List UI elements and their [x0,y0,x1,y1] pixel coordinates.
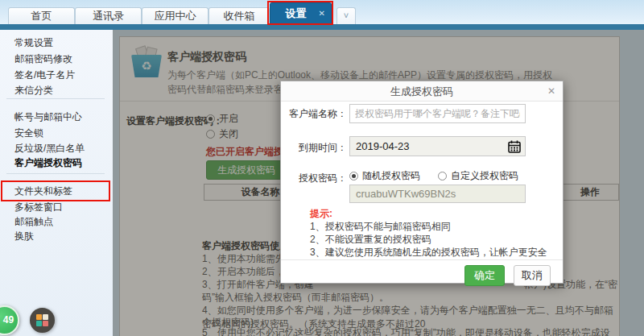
dialog-footer-divider [281,259,563,260]
settings-content-area: ♻ 客户端授权密码 为每个客户端（如PC上的Outlook、移动设备上的邮件AP… [113,30,644,336]
radio-random-password[interactable]: 随机授权密码 [349,169,420,183]
dialog-titlebar: 生成授权密码 ✕ [281,81,563,102]
expire-date-value: 2019-04-23 [356,140,410,152]
tips-title: 提示: [310,207,332,221]
expire-date-label: 到期时间： [289,141,347,155]
sidebar-divider [6,173,105,174]
sidebar-item-mail-touchpoint[interactable]: 邮箱触点 [14,215,53,229]
sidebar-item-client-auth-password[interactable]: 客户端授权密码 [14,156,82,170]
tab-list-dropdown[interactable]: ˅ [336,7,356,24]
sidebar-item-folders-tags[interactable]: 文件夹和标签 [14,185,72,198]
generated-password-field[interactable]: cruabuWTKw69BN2s [349,185,526,203]
settings-sidebar: 常规设置 邮箱密码修改 签名/电子名片 来信分类 帐号与邮箱中心 安全锁 反垃圾… [0,30,113,336]
app-launcher-icon[interactable] [30,308,55,333]
sidebar-item-multitab[interactable]: 多标签窗口 [14,201,63,214]
tab-close-icon[interactable]: ✕ [319,3,325,24]
generate-password-dialog: 生成授权密码 ✕ 客户端名称： 到期时间： 2019-04-23 授权密码： 随… [280,81,564,284]
client-name-input[interactable] [349,104,526,123]
tab-settings-label: 设置 [286,7,307,19]
radio-custom-password[interactable]: 自定义授权密码 [438,169,518,183]
cancel-button[interactable]: 取消 [514,265,551,286]
tab-contacts[interactable]: 通讯录 [75,7,142,24]
tip-line-2: 2、不能设置重复的授权密码 [310,233,431,247]
sidebar-item-general[interactable]: 常规设置 [14,36,53,50]
sidebar-item-account-center[interactable]: 帐号与邮箱中心 [14,110,82,124]
radio-custom-label: 自定义授权密码 [451,169,518,183]
header-accent-bar [0,24,644,30]
sidebar-item-password[interactable]: 邮箱密码修改 [14,52,72,66]
sidebar-item-antispam[interactable]: 反垃圾/黑白名单 [14,142,85,156]
sidebar-divider [6,98,105,99]
dialog-close-icon[interactable]: ✕ [547,81,555,102]
confirm-button[interactable]: 确定 [464,265,505,286]
tab-bar: 首页 通讯录 应用中心 收件箱 设置 ✕ ˅ [0,0,644,24]
chevron-down-icon: ˅ [344,10,349,20]
tip-line-3: 3、建议您使用系统随机生成的授权密码，让帐户更安全 [310,246,547,259]
tab-inbox[interactable]: 收件箱 [208,7,270,24]
radio-random-label: 随机授权密码 [362,169,420,183]
tab-appcenter[interactable]: 应用中心 [142,7,208,24]
client-name-label: 客户端名称： [289,107,347,121]
sidebar-item-skin[interactable]: 换肤 [14,230,34,243]
tab-home[interactable]: 首页 [8,7,75,24]
sidebar-item-signature[interactable]: 签名/电子名片 [14,68,75,82]
tip-line-1: 1、授权密码不能与邮箱密码相同 [310,220,451,234]
calendar-icon[interactable] [508,140,521,153]
sidebar-item-security-lock[interactable]: 安全锁 [14,127,43,140]
sidebar-item-mail-filter[interactable]: 来信分类 [14,84,53,97]
radio-random-icon[interactable] [349,172,358,180]
tab-settings[interactable]: 设置 ✕ [270,2,332,24]
dialog-title: 生成授权密码 [390,85,453,97]
expire-date-field[interactable]: 2019-04-23 [349,136,526,156]
radio-custom-icon[interactable] [438,172,447,180]
auth-password-label: 授权密码： [289,172,347,185]
